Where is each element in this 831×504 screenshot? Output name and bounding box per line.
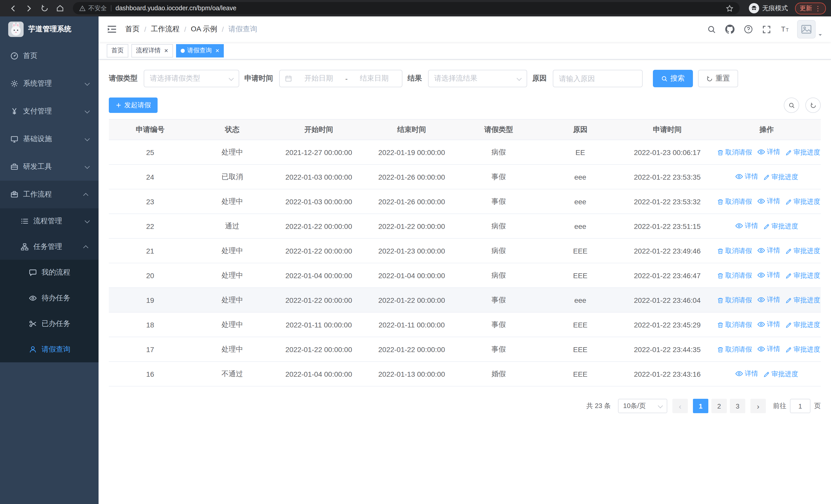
github-icon[interactable]	[721, 22, 739, 37]
result-select[interactable]: 请选择流结果	[428, 70, 527, 87]
sidebar-item-todo-task[interactable]: 待办任务	[0, 285, 98, 311]
breadcrumb-oa-example[interactable]: OA 示例	[191, 25, 218, 34]
progress-link[interactable]: 审批进度	[785, 296, 820, 305]
reason-label: 原因	[532, 74, 553, 83]
detail-link[interactable]: 详情	[757, 147, 780, 156]
chevron-right-icon: ›	[757, 402, 760, 410]
address-bar[interactable]: 不安全 dashboard.yudao.iocoder.cn/bpm/oa/le…	[73, 2, 740, 14]
search-button[interactable]: 搜索	[653, 70, 693, 87]
logo[interactable]: 芋道管理系统	[0, 17, 98, 42]
next-page-button[interactable]: ›	[750, 399, 766, 413]
url-text[interactable]: dashboard.yudao.iocoder.cn/bpm/oa/leave	[115, 5, 722, 12]
leave-type-select[interactable]: 请选择请假类型	[144, 70, 239, 87]
op-label: 详情	[767, 270, 780, 279]
select-placeholder: 请选择流结果	[434, 74, 477, 83]
close-icon[interactable]: ×	[215, 47, 219, 54]
menu-dots-icon[interactable]: ⋮	[814, 4, 821, 12]
update-button[interactable]: 更新 ⋮	[795, 2, 826, 14]
sidebar-item-task-mgmt[interactable]: 任务管理	[0, 234, 98, 260]
user-menu[interactable]	[797, 20, 823, 38]
cancel-link[interactable]: 取消请假	[717, 271, 752, 280]
incognito-label: 无痕模式	[762, 4, 788, 12]
security-warning[interactable]: 不安全	[79, 4, 107, 12]
page-button-2[interactable]: 2	[711, 399, 727, 413]
tag-home[interactable]: 首页	[107, 44, 128, 57]
sidebar-item-process-mgmt[interactable]: 流程管理	[0, 208, 98, 234]
page-button-3[interactable]: 3	[730, 399, 745, 413]
reason-input[interactable]	[559, 75, 636, 83]
cancel-link[interactable]: 取消请假	[717, 246, 752, 256]
avatar[interactable]	[797, 20, 815, 38]
apply-time-label: 申请时间	[244, 74, 279, 83]
cancel-link[interactable]: 取消请假	[717, 296, 752, 305]
warning-icon	[79, 5, 86, 11]
progress-link[interactable]: 审批进度	[763, 369, 798, 379]
goto-page-input[interactable]	[790, 399, 810, 413]
progress-link[interactable]: 审批进度	[763, 222, 798, 231]
sidebar-collapse-icon[interactable]	[107, 24, 125, 34]
forward-icon[interactable]	[21, 4, 37, 12]
cancel-link[interactable]: 取消请假	[717, 148, 752, 157]
home-icon[interactable]	[52, 4, 68, 12]
detail-link[interactable]: 详情	[735, 172, 758, 181]
cell-actions: 详情审批进度	[712, 362, 821, 386]
breadcrumb-workflow[interactable]: 工作流程	[151, 25, 180, 34]
tag-leave-query[interactable]: 请假查询 ×	[176, 44, 224, 57]
fullscreen-icon[interactable]	[757, 22, 776, 37]
end-date-input[interactable]: 结束日期	[352, 74, 397, 83]
sidebar-item-infrastructure[interactable]: 基础设施	[0, 125, 98, 153]
progress-link[interactable]: 审批进度	[763, 173, 798, 182]
cancel-link[interactable]: 取消请假	[717, 197, 752, 206]
sidebar-item-dev-tools[interactable]: 研发工具	[0, 153, 98, 181]
prev-page-button[interactable]: ‹	[672, 399, 688, 413]
detail-link[interactable]: 详情	[735, 221, 758, 230]
detail-link[interactable]: 详情	[757, 245, 780, 255]
progress-link[interactable]: 审批进度	[785, 246, 820, 256]
font-size-icon[interactable]: TT	[776, 22, 794, 37]
active-dot	[180, 49, 184, 53]
date-range-picker[interactable]: 开始日期 - 结束日期	[279, 70, 402, 87]
toggle-search-button[interactable]	[784, 97, 799, 113]
cell-type: 婚假	[459, 362, 539, 386]
start-date-input[interactable]: 开始日期	[296, 74, 341, 83]
detail-link[interactable]: 详情	[757, 320, 780, 329]
sidebar-item-done-task[interactable]: 已办任务	[0, 311, 98, 337]
progress-link[interactable]: 审批进度	[785, 271, 820, 280]
progress-link[interactable]: 审批进度	[785, 320, 820, 329]
cell-id: 25	[109, 140, 192, 165]
star-icon[interactable]	[726, 4, 734, 12]
cancel-link[interactable]: 取消请假	[717, 320, 752, 329]
col-leave-type: 请假类型	[459, 119, 539, 140]
progress-link[interactable]: 审批进度	[785, 148, 820, 157]
detail-link[interactable]: 详情	[757, 196, 780, 206]
cell-reason: eee	[539, 288, 622, 312]
back-icon[interactable]	[5, 4, 21, 12]
sidebar-item-system-mgmt[interactable]: 系统管理	[0, 70, 98, 97]
cancel-link[interactable]: 取消请假	[717, 345, 752, 354]
page-button-1[interactable]: 1	[693, 399, 708, 413]
breadcrumb-home[interactable]: 首页	[125, 25, 140, 34]
refresh-table-button[interactable]	[805, 97, 821, 113]
sidebar-item-home[interactable]: 首页	[0, 42, 98, 70]
sidebar-item-payment-mgmt[interactable]: 支付管理	[0, 97, 98, 125]
chevron-up-icon	[83, 245, 88, 250]
page-size-select[interactable]: 10条/页	[618, 399, 667, 413]
progress-link[interactable]: 审批进度	[785, 197, 820, 206]
reload-icon[interactable]	[37, 4, 52, 12]
eye-icon	[757, 271, 765, 279]
detail-link[interactable]: 详情	[735, 369, 758, 378]
sidebar-item-my-process[interactable]: 我的流程	[0, 260, 98, 285]
detail-link[interactable]: 详情	[757, 344, 780, 353]
search-icon[interactable]	[703, 22, 721, 37]
reset-button[interactable]: 重置	[698, 70, 738, 87]
tag-process-detail[interactable]: 流程详情 ×	[132, 44, 173, 57]
close-icon[interactable]: ×	[164, 47, 168, 54]
sidebar-item-workflow[interactable]: 工作流程	[0, 181, 98, 208]
progress-link[interactable]: 审批进度	[785, 345, 820, 354]
detail-link[interactable]: 详情	[757, 295, 780, 304]
create-leave-button[interactable]: 发起请假	[109, 97, 157, 113]
detail-link[interactable]: 详情	[757, 270, 780, 279]
question-icon[interactable]	[739, 22, 757, 37]
sidebar-item-leave-query[interactable]: 请假查询	[0, 337, 98, 362]
trash-icon	[717, 346, 724, 353]
